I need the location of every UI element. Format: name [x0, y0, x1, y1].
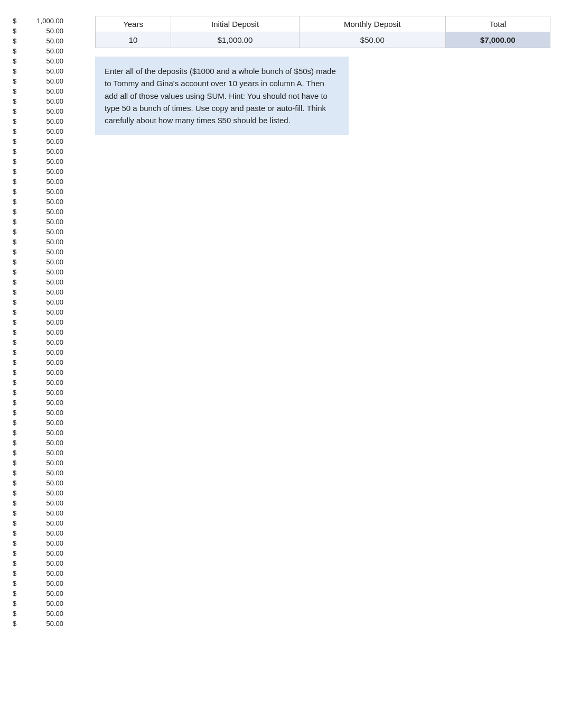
deposit-item-monthly-20: $ 50.00 — [11, 227, 85, 237]
deposit-item-monthly-45: $ 50.00 — [11, 478, 85, 488]
deposit-item-monthly-9: $ 50.00 — [11, 116, 85, 126]
amount-monthly-13: 50.00 — [21, 158, 63, 165]
deposit-item-monthly-26: $ 50.00 — [11, 287, 85, 297]
dollar-sign-monthly-13: $ — [13, 158, 21, 165]
dollar-sign-monthly-51: $ — [13, 539, 21, 547]
cell-total: $7,000.00 — [445, 32, 550, 48]
dollar-sign-monthly-44: $ — [13, 469, 21, 477]
amount-monthly-43: 50.00 — [21, 459, 63, 467]
dollar-sign-monthly-52: $ — [13, 549, 21, 557]
amount-monthly-34: 50.00 — [21, 368, 63, 376]
dollar-sign-monthly-1: $ — [13, 37, 21, 45]
cell-years: 10 — [96, 32, 171, 48]
amount-monthly-3: 50.00 — [21, 57, 63, 65]
amount-monthly-53: 50.00 — [21, 559, 63, 567]
dollar-sign-monthly-41: $ — [13, 439, 21, 447]
deposit-item-monthly-27: $ 50.00 — [11, 297, 85, 307]
dollar-sign-monthly-50: $ — [13, 529, 21, 537]
deposit-list: $ 1,000.00 $ 50.00 $ 50.00 $ 50.00 $ 50.… — [11, 16, 85, 629]
col-header-total: Total — [445, 16, 550, 32]
amount-monthly-32: 50.00 — [21, 348, 63, 356]
deposit-item-monthly-14: $ 50.00 — [11, 167, 85, 177]
amount-monthly-1: 50.00 — [21, 37, 63, 45]
dollar-sign-monthly-27: $ — [13, 298, 21, 306]
amount-monthly-2: 50.00 — [21, 47, 63, 55]
amount-monthly-38: 50.00 — [21, 409, 63, 417]
amount-monthly-25: 50.00 — [21, 278, 63, 286]
amount-monthly-42: 50.00 — [21, 449, 63, 457]
amount-monthly-11: 50.00 — [21, 137, 63, 145]
amount-monthly-51: 50.00 — [21, 539, 63, 547]
amount-monthly-21: 50.00 — [21, 238, 63, 246]
dollar-sign-monthly-18: $ — [13, 208, 21, 216]
amount-monthly-39: 50.00 — [21, 419, 63, 427]
deposit-item-monthly-41: $ 50.00 — [11, 438, 85, 448]
deposit-item-monthly-30: $ 50.00 — [11, 327, 85, 337]
amount-monthly-10: 50.00 — [21, 127, 63, 135]
dollar-sign-monthly-30: $ — [13, 328, 21, 336]
deposit-item-monthly-21: $ 50.00 — [11, 237, 85, 247]
dollar-sign-monthly-49: $ — [13, 519, 21, 527]
right-column: Years Initial Deposit Monthly Deposit To… — [95, 16, 550, 135]
dollar-sign-monthly-21: $ — [13, 238, 21, 246]
deposit-item-monthly-5: $ 50.00 — [11, 76, 85, 86]
deposit-item-monthly-10: $ 50.00 — [11, 126, 85, 136]
cell-initial-deposit: $1,000.00 — [171, 32, 300, 48]
deposit-item-monthly-42: $ 50.00 — [11, 448, 85, 458]
dollar-sign-monthly-28: $ — [13, 308, 21, 316]
amount-monthly-45: 50.00 — [21, 479, 63, 487]
deposit-item-monthly-0: $ 50.00 — [11, 26, 85, 36]
deposit-item-monthly-12: $ 50.00 — [11, 146, 85, 156]
deposit-item-monthly-59: $ 50.00 — [11, 619, 85, 629]
amount-monthly-0: 50.00 — [21, 27, 63, 35]
deposit-item-initial: $ 1,000.00 — [11, 16, 85, 26]
deposit-item-monthly-38: $ 50.00 — [11, 408, 85, 418]
amount-monthly-35: 50.00 — [21, 379, 63, 386]
amount-monthly-55: 50.00 — [21, 579, 63, 587]
dollar-sign-monthly-48: $ — [13, 509, 21, 517]
deposit-item-monthly-28: $ 50.00 — [11, 307, 85, 317]
col-header-years: Years — [96, 16, 171, 32]
dollar-sign-monthly-11: $ — [13, 137, 21, 145]
amount-monthly-15: 50.00 — [21, 178, 63, 186]
deposit-item-monthly-57: $ 50.00 — [11, 598, 85, 609]
deposit-item-monthly-22: $ 50.00 — [11, 247, 85, 257]
dollar-sign-monthly-46: $ — [13, 489, 21, 497]
dollar-sign-monthly-35: $ — [13, 379, 21, 386]
dollar-sign-monthly-9: $ — [13, 117, 21, 125]
dollar-sign-monthly-36: $ — [13, 389, 21, 397]
amount-monthly-54: 50.00 — [21, 569, 63, 577]
amount-monthly-27: 50.00 — [21, 298, 63, 306]
dollar-sign-monthly-57: $ — [13, 600, 21, 607]
amount-monthly-18: 50.00 — [21, 208, 63, 216]
deposit-item-monthly-3: $ 50.00 — [11, 56, 85, 66]
dollar-sign-monthly-19: $ — [13, 218, 21, 226]
amount-monthly-29: 50.00 — [21, 318, 63, 326]
deposit-item-monthly-34: $ 50.00 — [11, 367, 85, 377]
deposit-item-monthly-51: $ 50.00 — [11, 538, 85, 548]
deposit-item-monthly-31: $ 50.00 — [11, 337, 85, 347]
instructions-box: Enter all of the deposits ($1000 and a w… — [95, 57, 349, 135]
dollar-sign-monthly-0: $ — [13, 27, 21, 35]
amount-monthly-26: 50.00 — [21, 288, 63, 296]
dollar-sign-monthly-42: $ — [13, 449, 21, 457]
dollar-sign-monthly-34: $ — [13, 368, 21, 376]
dollar-sign-monthly-22: $ — [13, 248, 21, 256]
deposit-item-monthly-6: $ 50.00 — [11, 86, 85, 96]
amount-monthly-6: 50.00 — [21, 87, 63, 95]
dollar-sign-monthly-20: $ — [13, 228, 21, 236]
deposit-item-monthly-19: $ 50.00 — [11, 217, 85, 227]
cell-monthly-deposit: $50.00 — [300, 32, 446, 48]
deposit-item-monthly-58: $ 50.00 — [11, 609, 85, 619]
dollar-sign-monthly-6: $ — [13, 87, 21, 95]
deposit-item-monthly-17: $ 50.00 — [11, 197, 85, 207]
deposit-item-monthly-29: $ 50.00 — [11, 317, 85, 327]
amount-monthly-57: 50.00 — [21, 600, 63, 607]
amount-monthly-47: 50.00 — [21, 499, 63, 507]
amount-monthly-48: 50.00 — [21, 509, 63, 517]
deposit-item-monthly-35: $ 50.00 — [11, 377, 85, 388]
dollar-sign-monthly-2: $ — [13, 47, 21, 55]
amount-monthly-50: 50.00 — [21, 529, 63, 537]
amount-monthly-56: 50.00 — [21, 589, 63, 597]
dollar-sign-monthly-12: $ — [13, 148, 21, 155]
